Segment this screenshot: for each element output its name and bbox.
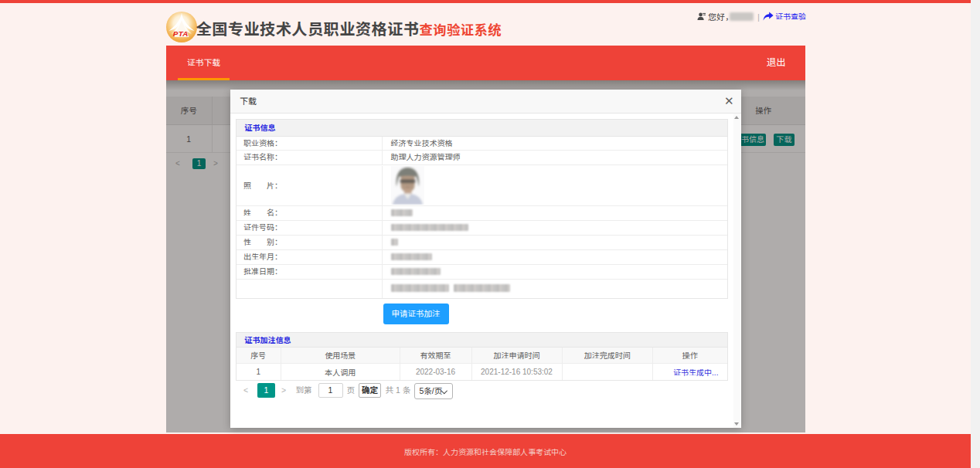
svg-text:PTA: PTA (173, 29, 189, 38)
